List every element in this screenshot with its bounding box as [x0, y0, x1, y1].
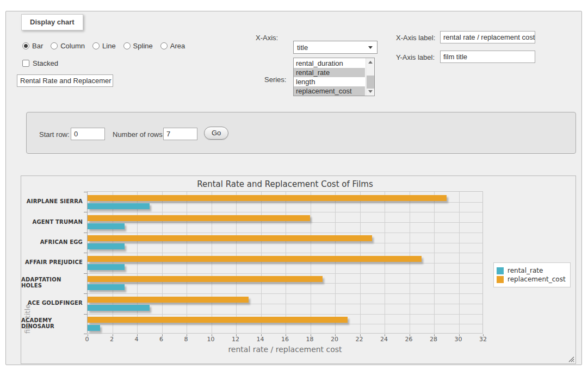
legend-row-rental_rate: rental_rate	[497, 267, 566, 274]
bar-replacement_cost-adaptation-holes	[88, 276, 323, 282]
radio-label-column: Column	[60, 42, 85, 50]
legend-row-replacement_cost: replacement_cost	[497, 275, 566, 283]
listbox-option-replacement_cost[interactable]: replacement_cost	[294, 86, 365, 96]
radio-column[interactable]	[51, 42, 58, 49]
number-of-rows-input[interactable]: 7	[163, 128, 197, 140]
chart-type-option-column[interactable]: Column	[51, 42, 85, 50]
listbox-option-length[interactable]: length	[294, 77, 365, 86]
y-tick-mark	[84, 233, 87, 233]
y-tick-mark	[84, 293, 87, 294]
gridline	[360, 192, 361, 333]
x-tick-label: 4	[128, 336, 145, 343]
row-controls-panel: Start row: 0 Number of rows: 7 Go	[26, 112, 576, 154]
bar-replacement_cost-academy-dinosaur	[88, 317, 348, 323]
category-label: AFFAIR PREJUDICE	[21, 252, 83, 272]
start-row-input[interactable]: 0	[71, 128, 105, 140]
x-tick-label: 22	[351, 336, 368, 343]
x-tick-label: 0	[79, 336, 95, 343]
gridline	[311, 192, 311, 333]
y-tick-mark	[84, 192, 87, 192]
bar-replacement_cost-ace-goldfinger	[88, 297, 249, 303]
y-tick-mark	[84, 253, 87, 253]
gridline	[335, 192, 336, 333]
x-axis-label-input[interactable]: rental rate / replacement cost	[440, 31, 535, 43]
radio-area[interactable]	[160, 42, 168, 49]
radio-label-area: Area	[170, 42, 185, 50]
gridline	[113, 192, 113, 333]
legend-label-replacement_cost: replacement_cost	[507, 275, 566, 283]
chart-title-input[interactable]: Rental Rate and Replacemer	[17, 74, 113, 87]
x-tick-label: 16	[277, 336, 293, 343]
bar-rental_rate-academy-dinosaur	[88, 325, 100, 331]
gridline	[88, 243, 482, 243]
bar-rental_rate-airplane-sierra	[88, 203, 150, 209]
gridline	[88, 222, 482, 223]
x-tick-label: 8	[178, 336, 194, 343]
x-axis-label-label: X-Axis label:	[396, 34, 435, 42]
category-label: ACE GOLDFINGER	[21, 293, 83, 313]
gridline	[88, 263, 482, 264]
gridline	[434, 192, 435, 333]
radio-label-bar: Bar	[32, 42, 43, 50]
resize-handle-icon[interactable]	[568, 356, 574, 362]
listbox-option-rental_duration[interactable]: rental_duration	[294, 59, 365, 68]
gridline	[236, 192, 237, 333]
bar-replacement_cost-agent-truman	[88, 215, 310, 221]
stacked-checkbox[interactable]	[22, 60, 29, 67]
plot-area	[87, 191, 483, 334]
x-tick-label: 12	[227, 336, 244, 343]
listbox-option-rental_rate[interactable]: rental_rate	[294, 68, 365, 77]
y-axis-label-input[interactable]: film title	[440, 51, 535, 63]
gridline	[88, 253, 482, 253]
bar-rental_rate-agent-truman	[88, 223, 125, 229]
gridline	[261, 192, 262, 333]
gridline	[88, 283, 482, 284]
gridline	[286, 192, 286, 333]
gridline	[385, 192, 385, 333]
gridline	[88, 233, 482, 233]
x-tick-label: 10	[203, 336, 219, 343]
radio-line[interactable]	[92, 42, 100, 49]
category-label: ACADEMY DINOSAUR	[21, 313, 83, 334]
go-button[interactable]: Go	[204, 127, 228, 140]
radio-bar[interactable]	[22, 42, 29, 49]
gridline	[212, 192, 212, 333]
bar-rental_rate-ace-goldfinger	[88, 305, 150, 311]
category-label: ADAPTATION HOLES	[21, 273, 83, 293]
chart-type-option-line[interactable]: Line	[92, 42, 116, 50]
gridline	[88, 273, 482, 274]
listbox-scrollbar[interactable]	[366, 58, 374, 96]
x-tick-label: 14	[252, 336, 269, 343]
chart-title: Rental Rate and Replacement Cost of Film…	[87, 179, 483, 189]
radio-label-line: Line	[102, 42, 116, 50]
gridline	[137, 192, 138, 333]
category-labels-layer: AIRPLANE SIERRAAGENT TRUMANAFRICAN EGGAF…	[21, 191, 85, 334]
x-axis-select[interactable]: title	[293, 41, 377, 54]
number-of-rows-label: Number of rows:	[113, 130, 164, 139]
chart-type-option-area[interactable]: Area	[160, 42, 185, 50]
legend-label-rental_rate: rental_rate	[507, 267, 543, 274]
category-label: AGENT TRUMAN	[21, 211, 83, 231]
radio-spline[interactable]	[123, 42, 131, 49]
y-tick-mark	[84, 314, 87, 315]
x-tick-label: 32	[475, 336, 491, 343]
y-tick-mark	[84, 212, 87, 212]
gridline	[88, 293, 482, 294]
gridline	[88, 314, 482, 315]
gridline	[459, 192, 460, 333]
category-label: AFRICAN EGG	[21, 232, 83, 252]
chart-type-option-spline[interactable]: Spline	[123, 42, 153, 50]
gridline	[187, 192, 187, 333]
chart-type-option-bar[interactable]: Bar	[22, 42, 43, 50]
scrollbar-up-arrow-icon[interactable]	[368, 61, 373, 64]
y-axis-label-label: Y-Axis label:	[396, 53, 435, 61]
bar-rental_rate-adaptation-holes	[88, 284, 125, 290]
series-listbox[interactable]: rental_durationrental_ratelengthreplacem…	[293, 58, 375, 96]
bar-rental_rate-african-egg	[88, 243, 125, 249]
bar-replacement_cost-airplane-sierra	[88, 195, 447, 201]
x-tick-label: 2	[104, 336, 120, 343]
bar-replacement_cost-african-egg	[88, 235, 372, 241]
scrollbar-thumb[interactable]	[367, 76, 374, 89]
legend-swatch-rental_rate	[497, 267, 504, 274]
scrollbar-down-arrow-icon[interactable]	[368, 90, 373, 93]
